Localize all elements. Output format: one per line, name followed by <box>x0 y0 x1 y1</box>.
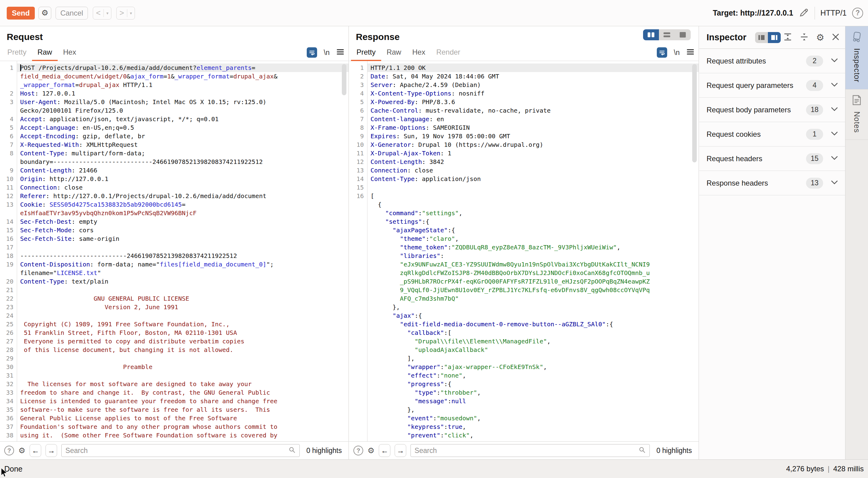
send-button[interactable]: Send <box>7 7 35 20</box>
inspector-section-request-query-parameters[interactable]: Request query parameters4 <box>699 73 845 98</box>
code-line: eIsHfaaETVr3av95yvbqQhzn0kom1P5wPcNSqB2V… <box>0 209 348 217</box>
inspector-section-request-attributes[interactable]: Request attributes2 <box>699 49 845 73</box>
chevron-down-icon[interactable] <box>831 156 838 161</box>
code-line: 2Host: 127.0.0.1 <box>0 89 348 98</box>
code-line: 37Foundation's software and to any other… <box>0 422 348 431</box>
code-line: 13Connection: close <box>349 166 699 175</box>
expand-all-icon[interactable] <box>783 32 792 43</box>
chevron-down-icon[interactable] <box>831 131 838 137</box>
search-field[interactable] <box>61 444 300 457</box>
dropdown-caret-icon[interactable]: ▾ <box>104 11 111 16</box>
history-back-button[interactable]: < ▾ <box>93 7 112 20</box>
code-line: field_media_document/widget/0&ajax_form=… <box>0 72 348 81</box>
code-line: filename="LICENSE.txt" <box>0 269 348 277</box>
inspector-section-request-headers[interactable]: Request headers15 <box>699 147 845 171</box>
code-line: 15 <box>349 183 699 192</box>
search-prev-button[interactable]: ← <box>379 444 390 457</box>
code-line: "wrapper":"ajax-wrapper--CFoEkE9TnSk", <box>349 363 699 371</box>
code-line: 36General Public License applies to most… <box>0 414 348 422</box>
mouse-cursor <box>1 468 8 478</box>
help-icon[interactable]: ? <box>852 8 863 19</box>
dock-left-button[interactable] <box>755 32 768 43</box>
code-line: 5Accept-Language: en-US,en;q=0.5 <box>0 123 348 132</box>
cancel-button[interactable]: Cancel <box>56 7 88 20</box>
chevron-down-icon[interactable] <box>831 180 838 186</box>
search-next-button[interactable]: → <box>395 444 406 457</box>
code-line: 33freedom to share and change it. By con… <box>0 388 348 397</box>
dropdown-caret-icon[interactable]: ▾ <box>127 11 134 16</box>
code-line: "callback":[ <box>349 328 699 337</box>
search-next-button[interactable]: → <box>45 444 57 457</box>
inspector-settings-icon[interactable]: ⚙ <box>816 32 824 43</box>
inspector-section-response-headers[interactable]: Response headers13 <box>699 171 845 196</box>
code-line: 30 Preamble <box>0 363 348 371</box>
code-line: 4X-Content-Type-Options: nosniff <box>349 89 699 98</box>
code-line: 10Origin: http://127.0.0.1 <box>0 175 348 183</box>
search-help-icon[interactable]: ? <box>353 446 363 455</box>
search-input[interactable] <box>414 447 638 455</box>
search-settings-icon[interactable]: ⚙ <box>18 446 25 455</box>
layout-rows-button[interactable] <box>659 29 675 40</box>
close-icon[interactable] <box>832 33 840 42</box>
newline-toggle-icon[interactable]: \n <box>324 49 330 57</box>
response-viewer[interactable]: 1HTTP/1.1 200 OK2Date: Sat, 04 May 2024 … <box>349 61 699 441</box>
layout-single-button[interactable] <box>675 29 691 40</box>
tab-raw[interactable]: Raw <box>381 48 407 61</box>
collapse-all-icon[interactable] <box>800 32 809 43</box>
send-settings-button[interactable]: ⚙ <box>38 7 51 20</box>
side-tab-inspector[interactable]: Inspector <box>845 26 868 89</box>
layout-columns-button[interactable] <box>643 29 659 40</box>
side-tab-notes[interactable]: Notes <box>845 89 868 140</box>
chevron-down-icon[interactable] <box>831 83 838 88</box>
menu-icon[interactable] <box>336 48 344 57</box>
code-line: "libraries": <box>349 251 699 260</box>
code-line: 7Content-language: en <box>349 115 699 123</box>
http-version-selector[interactable]: HTTP/1 <box>820 8 847 18</box>
code-line: 6Cache-Control: must-revalidate, no-cach… <box>349 106 699 115</box>
chevron-down-icon[interactable] <box>831 107 838 113</box>
tab-hex[interactable]: Hex <box>58 48 82 61</box>
request-editor[interactable]: 1POST /Projects/drupal-10.2.6/media/add/… <box>0 61 348 441</box>
scrollbar-thumb[interactable] <box>342 64 346 95</box>
tab-pretty[interactable]: Pretty <box>2 48 32 61</box>
history-forward-button[interactable]: > ▾ <box>116 7 135 20</box>
menu-icon[interactable] <box>686 48 694 57</box>
dock-right-button[interactable] <box>768 32 781 43</box>
response-tab-row: PrettyRawHexRender <box>351 48 466 61</box>
word-wrap-toggle-icon[interactable] <box>307 47 317 58</box>
code-line: 12Content-Length: 3842 <box>349 157 699 166</box>
code-line: 12Referer: http://127.0.0.1/Projects/dru… <box>0 192 348 200</box>
search-settings-icon[interactable]: ⚙ <box>368 446 374 455</box>
search-help-icon[interactable]: ? <box>4 446 14 455</box>
response-time: 428 millis <box>833 465 864 473</box>
search-prev-button[interactable]: ← <box>30 444 41 457</box>
tab-hex[interactable]: Hex <box>407 48 431 61</box>
code-line: AFQ_c7md3shm7bQ" <box>349 294 699 303</box>
edit-target-icon[interactable] <box>799 7 809 19</box>
code-line: "eJx9UNFuwzAI_CE3-YZ9SUUIWdmw8Qyu1n19nSp… <box>349 260 699 269</box>
response-title: Response <box>356 32 400 42</box>
word-wrap-toggle-icon[interactable] <box>657 47 667 58</box>
inspector-section-request-cookies[interactable]: Request cookies1 <box>699 122 845 147</box>
request-tab-row: PrettyRawHex <box>2 48 82 61</box>
request-panel: Request PrettyRawHex \n <box>0 26 349 459</box>
tab-pretty[interactable]: Pretty <box>351 48 381 61</box>
chevron-down-icon[interactable] <box>831 58 838 64</box>
search-input[interactable] <box>65 447 288 455</box>
code-line: "keypress":true, <box>349 422 699 431</box>
tab-render[interactable]: Render <box>431 48 466 61</box>
inspector-panel: Inspector <box>699 26 845 459</box>
code-line: "settings":{ <box>349 217 699 226</box>
code-line: }, <box>349 405 699 414</box>
section-label: Response headers <box>707 179 768 187</box>
request-title: Request <box>7 32 43 42</box>
top-toolbar: Send ⚙ Cancel < ▾ > ▾ Target: http://127… <box>0 0 868 26</box>
newline-toggle-icon[interactable]: \n <box>674 49 680 57</box>
target-label: Target: http://127.0.0.1 <box>713 8 793 18</box>
code-line: { <box>349 200 699 209</box>
search-field[interactable] <box>410 444 649 457</box>
tab-raw[interactable]: Raw <box>32 48 58 61</box>
inspector-dock-toggle <box>755 32 781 43</box>
inspector-section-request-body-parameters[interactable]: Request body parameters18 <box>699 98 845 122</box>
scrollbar-thumb[interactable] <box>692 64 697 162</box>
